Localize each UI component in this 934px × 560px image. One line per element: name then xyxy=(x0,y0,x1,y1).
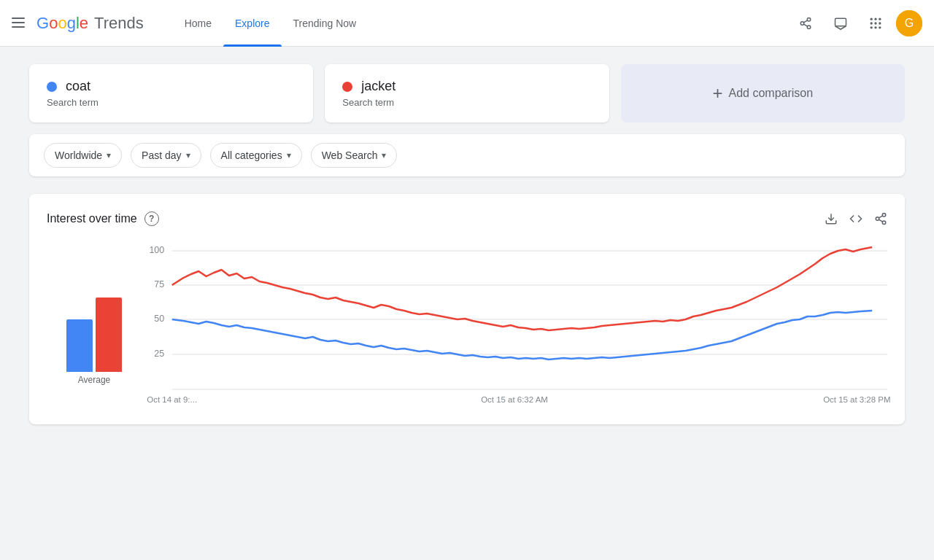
all-categories-chevron-icon: ▾ xyxy=(287,150,291,160)
average-bar-chart xyxy=(66,284,122,372)
chart-title: Interest over time xyxy=(47,212,137,225)
svg-point-22 xyxy=(876,217,879,221)
filter-worldwide[interactable]: Worldwide ▾ xyxy=(44,143,122,168)
x-label-start: Oct 14 at 9:... xyxy=(147,395,197,404)
search-terms-row: coat Search term jacket Search term + Ad… xyxy=(29,64,905,122)
svg-point-12 xyxy=(871,22,873,24)
svg-line-24 xyxy=(879,219,882,222)
main-nav: Home Explore Trending Now xyxy=(173,0,368,47)
hamburger-menu-icon[interactable] xyxy=(12,15,25,31)
embed-button[interactable] xyxy=(849,212,862,225)
svg-line-6 xyxy=(803,24,807,26)
nav-trending-now[interactable]: Trending Now xyxy=(282,0,368,47)
svg-point-9 xyxy=(871,18,873,20)
download-button[interactable] xyxy=(825,212,838,225)
header: Google Trends Home Explore Trending Now xyxy=(0,0,934,47)
chart-area: Average 100 75 50 25 xyxy=(47,244,887,407)
svg-point-13 xyxy=(874,22,876,24)
x-label-end: Oct 15 at 3:28 PM xyxy=(823,395,890,404)
svg-text:25: 25 xyxy=(154,349,164,359)
interest-over-time-section: Interest over time ? xyxy=(29,194,905,424)
line-chart-svg: 100 75 50 25 Oct 14 at 9:... Oct 15 at 6… xyxy=(142,244,887,404)
filter-web-search[interactable]: Web Search ▾ xyxy=(311,143,398,168)
svg-rect-1 xyxy=(12,22,25,23)
add-comparison-label: Add comparison xyxy=(729,87,814,100)
average-label: Average xyxy=(78,375,110,385)
filter-past-day[interactable]: Past day ▾ xyxy=(131,143,201,168)
svg-rect-0 xyxy=(12,18,25,19)
trends-label: Trends xyxy=(94,14,144,33)
help-icon[interactable]: ? xyxy=(144,211,159,226)
search-term-jacket[interactable]: jacket Search term xyxy=(325,64,609,122)
x-label-mid: Oct 15 at 6:32 AM xyxy=(481,395,548,404)
share-button[interactable] xyxy=(791,9,820,38)
filter-worldwide-label: Worldwide xyxy=(55,149,102,161)
filters-row: Worldwide ▾ Past day ▾ All categories ▾ … xyxy=(29,134,905,176)
coat-line xyxy=(172,311,872,359)
svg-text:G: G xyxy=(905,17,914,29)
add-comparison-button[interactable]: + Add comparison xyxy=(621,64,905,122)
filter-all-categories-label: All categories xyxy=(221,149,282,161)
feedback-button[interactable] xyxy=(826,9,855,38)
filter-web-search-label: Web Search xyxy=(322,149,378,161)
google-trends-logo: Google Trends xyxy=(36,14,144,33)
chart-header: Interest over time ? xyxy=(47,211,887,226)
nav-home[interactable]: Home xyxy=(173,0,223,47)
svg-line-7 xyxy=(803,20,807,22)
add-comparison-plus-icon: + xyxy=(713,83,723,104)
coat-bar xyxy=(66,319,93,372)
chart-legend-area: Average xyxy=(47,244,142,407)
header-right: G xyxy=(791,9,922,38)
jacket-type: Search term xyxy=(342,97,591,108)
past-day-chevron-icon: ▾ xyxy=(186,150,190,160)
jacket-bar xyxy=(96,298,122,372)
filter-all-categories[interactable]: All categories ▾ xyxy=(210,143,302,168)
svg-point-4 xyxy=(800,21,804,25)
svg-point-21 xyxy=(882,214,886,217)
svg-rect-2 xyxy=(12,26,25,28)
jacket-dot xyxy=(342,82,352,92)
svg-point-3 xyxy=(807,18,811,21)
main-content: coat Search term jacket Search term + Ad… xyxy=(0,47,934,442)
svg-text:100: 100 xyxy=(149,245,164,255)
chart-share-button[interactable] xyxy=(874,212,887,225)
svg-point-5 xyxy=(807,26,811,29)
svg-point-16 xyxy=(874,26,876,28)
coat-dot xyxy=(47,82,57,92)
web-search-chevron-icon: ▾ xyxy=(382,150,386,160)
svg-point-15 xyxy=(871,26,873,28)
coat-name: coat xyxy=(66,79,90,94)
line-chart-container: 100 75 50 25 Oct 14 at 9:... Oct 15 at 6… xyxy=(142,244,887,407)
apps-button[interactable] xyxy=(861,9,890,38)
jacket-line xyxy=(172,247,872,330)
worldwide-chevron-icon: ▾ xyxy=(107,150,111,160)
nav-explore[interactable]: Explore xyxy=(223,0,281,47)
svg-point-10 xyxy=(874,18,876,20)
svg-text:75: 75 xyxy=(154,279,164,289)
search-term-coat[interactable]: coat Search term xyxy=(29,64,313,122)
filter-past-day-label: Past day xyxy=(142,149,181,161)
svg-point-23 xyxy=(882,221,886,225)
svg-point-11 xyxy=(879,18,881,20)
svg-text:50: 50 xyxy=(154,314,164,324)
svg-point-14 xyxy=(879,22,881,24)
chart-title-group: Interest over time ? xyxy=(47,211,159,226)
user-avatar[interactable]: G xyxy=(896,10,922,36)
svg-line-25 xyxy=(879,216,882,218)
svg-point-17 xyxy=(879,26,881,28)
jacket-name: jacket xyxy=(361,79,395,94)
chart-actions xyxy=(825,212,887,225)
svg-rect-8 xyxy=(835,18,846,26)
coat-type: Search term xyxy=(47,97,296,108)
